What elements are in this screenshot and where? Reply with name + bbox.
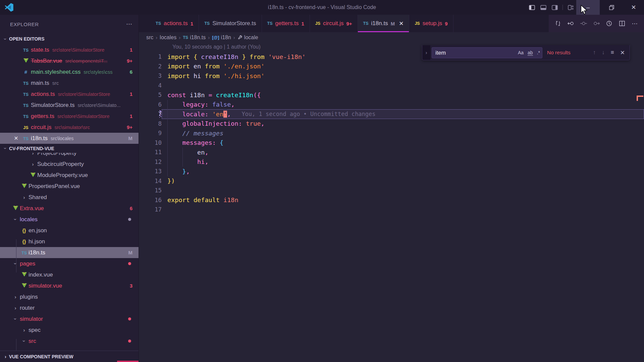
code-line-17[interactable]: 17 — [139, 205, 644, 215]
find-in-selection-icon[interactable]: ≡ — [611, 49, 614, 56]
breadcrumb-item-locale[interactable]: locale — [237, 35, 258, 41]
tree-item-router[interactable]: ›router — [0, 302, 139, 313]
chevron-right-icon: › — [12, 294, 19, 300]
explorer-title-label: EXPLORER — [10, 21, 39, 27]
code-area[interactable]: 1import { createI18n } from 'vue-i18n'2i… — [139, 52, 644, 215]
changes-icon[interactable] — [580, 19, 588, 27]
open-editor-item[interactable]: ✕TSi18n.tssrc\localesM — [0, 133, 139, 144]
code-line-15[interactable]: 15 — [139, 186, 644, 195]
match-case-icon[interactable]: Aa — [518, 50, 524, 55]
code-line-3[interactable]: 3import hi from './hi.json' — [139, 71, 644, 81]
code-text: messages: { — [167, 139, 223, 146]
regex-icon[interactable]: .* — [537, 50, 540, 55]
tree-item-SubcircuitProperty[interactable]: ›SubcircuitProperty — [0, 159, 139, 170]
tab-getters.ts[interactable]: TSgetters.ts1 — [262, 15, 310, 32]
customize-layout-icon[interactable] — [565, 0, 576, 15]
code-line-9[interactable]: 9 // messages — [139, 128, 644, 138]
tree-item-ProjectProperty[interactable]: ›ProjectProperty — [0, 153, 139, 159]
tree-item-label: router — [20, 305, 35, 311]
vue-preview-header[interactable]: › VUE COMPONENT PREVIEW — [0, 351, 139, 362]
next-change-icon[interactable] — [592, 19, 600, 27]
breadcrumb-item-src[interactable]: src — [146, 35, 153, 41]
code-line-10[interactable]: 10 messages: { — [139, 138, 644, 148]
line-number: 6 — [139, 101, 162, 108]
open-editor-item[interactable]: TabsBar.vuesrc\components\T...9+ — [0, 55, 139, 66]
open-editor-item[interactable]: #main.stylesheet.csssrc\styles\css6 — [0, 66, 139, 77]
toggle-sidebar-icon[interactable] — [526, 0, 538, 15]
code-indent-guide — [167, 100, 168, 176]
close-icon[interactable]: ✕ — [13, 135, 19, 141]
tree-item-ModuleProperty.vue[interactable]: ModuleProperty.vue — [0, 170, 139, 181]
tab-SimulatorStore.ts[interactable]: TSSimulatorStore.ts — [199, 15, 262, 32]
project-section-header[interactable]: › CV-FRONTEND-VUE — [0, 144, 139, 153]
code-line-16[interactable]: 16export default i18n — [139, 195, 644, 205]
open-editor-item[interactable]: JScircuit.jssrc\simulator\src9+ — [0, 122, 139, 133]
code-line-14[interactable]: 14}) — [139, 176, 644, 186]
tree-item-label: index.vue — [29, 272, 53, 278]
tree-item-PropertiesPanel.vue[interactable]: PropertiesPanel.vue — [0, 181, 139, 192]
tree-item-simulator.vue[interactable]: simulator.vue3 — [0, 280, 139, 291]
find-close-icon[interactable]: ✕ — [620, 49, 625, 56]
tree-item-spec[interactable]: ›spec — [0, 324, 139, 336]
toggle-replace-icon[interactable]: › — [422, 45, 430, 60]
tree-item-locales[interactable]: ›locales — [0, 214, 139, 225]
close-icon[interactable]: ✕ — [399, 20, 404, 27]
js-icon: JS — [23, 125, 28, 130]
badge: 9+ — [127, 58, 132, 64]
find-query[interactable]: item — [435, 50, 514, 56]
find-next-icon[interactable]: ↓ — [602, 49, 605, 56]
find-previous-icon[interactable]: ↑ — [593, 49, 596, 56]
minimize-button[interactable]: – — [576, 0, 600, 15]
tree-item-index.vue[interactable]: index.vue — [0, 269, 139, 280]
toggle-panel-icon[interactable] — [538, 0, 549, 15]
open-editor-item[interactable]: TSactions.tssrc\store\SimulatorStore1 — [0, 88, 139, 100]
tab-setup.js[interactable]: JSsetup.js9 — [409, 15, 453, 32]
breadcrumb-item-i18n.ts[interactable]: TSi18n.ts — [183, 35, 206, 41]
tab-badge: 9 — [445, 21, 447, 26]
js-icon: JS — [415, 21, 420, 26]
code-line-5[interactable]: 5const i18n = createI18n({ — [139, 90, 644, 100]
toggle-secondary-sidebar-icon[interactable] — [549, 0, 560, 15]
split-editor-icon[interactable] — [618, 19, 626, 27]
code-line-7[interactable]: 7 locale: 'en',You, 1 second ago • Uncom… — [139, 109, 644, 119]
previous-change-icon[interactable] — [567, 19, 575, 27]
tree-item-en.json[interactable]: {}en.json — [0, 225, 139, 236]
code-line-11[interactable]: 11 en, — [139, 147, 644, 157]
open-changes-icon[interactable] — [554, 19, 562, 27]
code-line-4[interactable]: 4 — [139, 81, 644, 90]
open-editor-item[interactable]: TSmain.tssrc — [0, 77, 139, 88]
scm-dot-badge — [128, 262, 131, 265]
close-button[interactable]: ✕ — [623, 0, 644, 15]
open-editors-header[interactable]: › OPEN EDITORS — [0, 34, 139, 44]
whole-word-icon[interactable]: ab — [528, 50, 533, 56]
tree-item-src[interactable]: ›src — [0, 336, 139, 347]
tree-item-i18n.ts[interactable]: TSi18n.tsM — [0, 247, 139, 258]
tab-actions.ts[interactable]: TSactions.ts1 — [150, 15, 199, 32]
explorer-more-icon[interactable]: ⋯ — [126, 20, 132, 28]
tree-item-Extra.vue[interactable]: Extra.vue6 — [0, 203, 139, 214]
tree-item-pages[interactable]: ›pages — [0, 258, 139, 269]
restore-button[interactable] — [600, 0, 623, 15]
tree-item-plugins[interactable]: ›plugins — [0, 291, 139, 302]
open-editor-item[interactable]: TSSimulatorStore.tssrc\store\Simulato... — [0, 100, 139, 111]
find-input[interactable]: item Aa ab .* — [432, 47, 542, 58]
tab-i18n.ts[interactable]: TSi18n.tsM✕ — [358, 15, 410, 32]
tree-item-hi.json[interactable]: {}hi.json — [0, 236, 139, 247]
timeline-icon[interactable] — [605, 19, 613, 27]
tab-circuit.js[interactable]: JScircuit.js9+ — [310, 15, 358, 32]
open-editor-item[interactable]: TSgetters.tssrc\store\SimulatorStore1 — [0, 111, 139, 122]
vue-icon — [22, 272, 27, 277]
tree-item-Shared[interactable]: ›Shared — [0, 192, 139, 203]
tree-item-simulator[interactable]: ›simulator — [0, 313, 139, 324]
file-name: SimulatorStore.ts — [31, 102, 74, 109]
more-actions-icon[interactable]: ⋯ — [631, 19, 639, 27]
code-line-2[interactable]: 2import en from './en.json' — [139, 62, 644, 71]
code-line-12[interactable]: 12 hi, — [139, 157, 644, 167]
breadcrumb-item-locales[interactable]: locales — [160, 35, 176, 41]
code-line-8[interactable]: 8 globalInjection: true, — [139, 119, 644, 129]
breadcrumb-item-i18n[interactable]: [@]i18n — [212, 35, 231, 41]
code-line-6[interactable]: 6 legacy: false, — [139, 100, 644, 110]
code-line-13[interactable]: 13 }, — [139, 167, 644, 176]
gitlens-authors-lens[interactable]: You, 10 seconds ago | 1 author (You) — [172, 44, 261, 52]
open-editor-item[interactable]: TSstate.tssrc\store\SimulatorStore1 — [0, 44, 139, 55]
